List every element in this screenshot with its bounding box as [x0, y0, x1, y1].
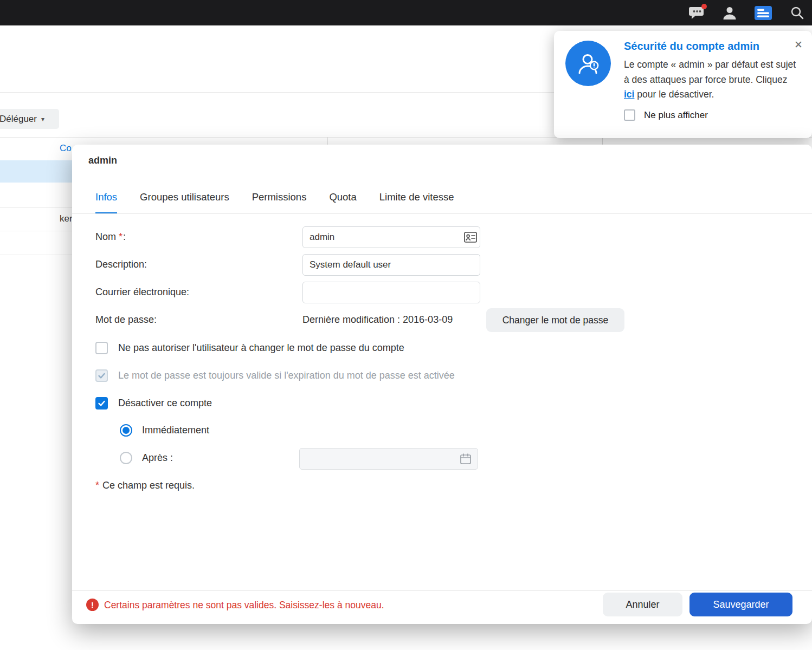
tab-permissions[interactable]: Permissions: [252, 191, 307, 214]
description-input[interactable]: [302, 254, 480, 276]
notification-title: Sécurité du compte admin: [624, 40, 759, 53]
search-icon[interactable]: [790, 5, 804, 20]
table-row-partial[interactable]: ker: [60, 213, 73, 224]
password-label: Mot de passe:: [95, 314, 157, 326]
tab-quota[interactable]: Quota: [329, 191, 356, 214]
dialog-title: admin: [88, 155, 117, 166]
checkbox-label: Ne pas autoriser l'utilisateur à changer…: [118, 341, 404, 354]
delegate-button-label: Déléguer: [0, 114, 37, 125]
tab-infos[interactable]: Infos: [95, 191, 117, 214]
disable-account-link[interactable]: ici: [624, 89, 634, 100]
user-edit-dialog: admin InfosGroupes utilisateursPermissio…: [72, 145, 812, 624]
checkbox-disable-account[interactable]: Désactiver ce compte: [95, 396, 212, 410]
column-divider: [602, 137, 603, 145]
tab-limite-de-vitesse[interactable]: Limite de vitesse: [379, 191, 454, 214]
notification-text-before: Le compte « admin » par défaut est sujet…: [624, 59, 796, 85]
column-divider: [327, 137, 328, 145]
description-label: Description:: [95, 259, 147, 270]
checkbox-disallow-password-change[interactable]: Ne pas autoriser l'utilisateur à changer…: [95, 341, 404, 354]
change-password-button[interactable]: Changer le mot de passe: [486, 308, 624, 332]
close-icon[interactable]: ✕: [792, 38, 804, 50]
error-icon: !: [86, 599, 99, 611]
taskbar-icons: [688, 0, 804, 25]
checkbox-box[interactable]: [95, 342, 108, 354]
checkbox-label: Le mot de passe est toujours valide si l…: [118, 369, 455, 382]
checkbox-box[interactable]: [95, 369, 108, 382]
cancel-button[interactable]: Annuler: [603, 593, 682, 616]
dont-show-again-checkbox[interactable]: Ne plus afficher: [624, 109, 708, 121]
radio-label: Immédiatement: [142, 425, 209, 436]
notification-text-after: pour le désactiver.: [634, 89, 714, 100]
name-label: Nom*:: [95, 231, 126, 243]
required-mark: *: [119, 231, 123, 242]
error-message: Certains paramètres ne sont pas valides.…: [104, 600, 384, 611]
notification-body: Le compte « admin » par défaut est sujet…: [624, 57, 798, 102]
checkbox-label: Ne plus afficher: [644, 110, 708, 121]
tab-groupes-utilisateurs[interactable]: Groupes utilisateurs: [140, 191, 229, 214]
checkbox-label: Désactiver ce compte: [118, 396, 212, 410]
password-last-modified: Dernière modification : 2016-03-09: [302, 314, 453, 326]
email-label: Courrier électronique:: [95, 287, 189, 298]
user-alert-icon: [565, 41, 611, 86]
user-icon[interactable]: [723, 5, 737, 20]
radio-label: Après :: [142, 452, 173, 464]
table-column-header-partial[interactable]: Co: [60, 143, 72, 154]
name-input[interactable]: [302, 226, 480, 248]
widgets-icon[interactable]: [755, 6, 772, 20]
checkbox-password-always-valid[interactable]: Le mot de passe est toujours valide si l…: [95, 369, 455, 382]
disable-date-input[interactable]: [299, 448, 478, 470]
tabbar-divider: [72, 213, 812, 214]
footer-divider: [72, 590, 812, 591]
save-button[interactable]: Sauvegarder: [689, 593, 792, 616]
required-mark: *: [95, 480, 99, 491]
radio-after[interactable]: Après :: [120, 452, 173, 464]
chat-icon[interactable]: [688, 5, 705, 21]
checkbox-box[interactable]: [624, 109, 635, 121]
taskbar: [0, 0, 812, 25]
radio-control[interactable]: [120, 452, 132, 464]
radio-control[interactable]: [120, 424, 132, 437]
required-field-note: *Ce champ est requis.: [95, 480, 195, 491]
notification-badge: [701, 4, 707, 9]
dialog-tabs: InfosGroupes utilisateursPermissionsQuot…: [95, 191, 454, 214]
checkbox-box[interactable]: [95, 397, 108, 410]
radio-immediately[interactable]: Immédiatement: [120, 424, 209, 437]
email-input[interactable]: [302, 282, 480, 303]
delegate-button[interactable]: Déléguer ▾: [0, 109, 59, 129]
security-notification-popup: Sécurité du compte admin ✕ Le compte « a…: [554, 31, 812, 138]
caret-down-icon: ▾: [41, 116, 44, 122]
